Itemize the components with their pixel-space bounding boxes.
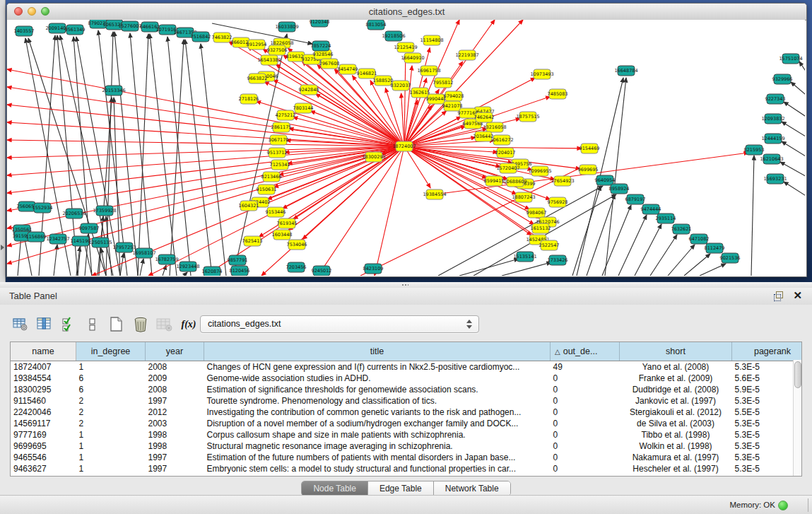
network-node[interactable]: 7803144: [293, 103, 314, 113]
network-node[interactable]: 15693231: [763, 174, 787, 184]
network-edge[interactable]: [404, 146, 508, 180]
network-node[interactable]: 7462642: [474, 112, 495, 122]
network-node[interactable]: 2718126: [239, 94, 259, 104]
network-node[interactable]: 9150631: [257, 185, 277, 194]
network-edge[interactable]: [273, 146, 404, 187]
network-node[interactable]: 15135141: [513, 252, 536, 262]
network-node[interactable]: 12923448: [176, 262, 199, 271]
network-node[interactable]: 7125341: [270, 160, 290, 170]
network-node[interactable]: 9561349: [65, 25, 86, 35]
network-node[interactable]: 9984067: [526, 208, 547, 218]
network-edge[interactable]: [120, 253, 124, 276]
network-node[interactable]: 1620874: [202, 267, 223, 276]
row-height-icon[interactable]: [82, 315, 103, 334]
network-node[interactable]: 8112479: [705, 243, 725, 253]
table-vertical-scrollbar[interactable]: [793, 360, 801, 476]
network-node[interactable]: 15720407: [496, 163, 519, 173]
network-view[interactable]: 1872400774638228660128891295418226058932…: [7, 20, 805, 276]
network-node[interactable]: 7625413: [242, 236, 263, 246]
network-node[interactable]: 8322037: [391, 81, 411, 90]
network-node[interactable]: 2935114: [656, 214, 676, 223]
new-table-icon[interactable]: [106, 315, 127, 334]
network-node[interactable]: 9663822: [247, 74, 268, 83]
network-edge[interactable]: [18, 235, 21, 276]
network-edge[interactable]: [618, 215, 647, 276]
network-node[interactable]: 7619345: [277, 218, 298, 228]
network-node[interactable]: 9120348: [310, 20, 330, 27]
network-canvas[interactable]: 1872400774638228660128891295418226058932…: [7, 20, 805, 276]
table-row[interactable]: 1456911722003Disruption of a novel membe…: [11, 418, 802, 429]
table-row[interactable]: 1830029562008Estimation of significance …: [11, 384, 802, 395]
network-edge[interactable]: [799, 62, 805, 76]
network-edge[interactable]: [288, 146, 404, 230]
network-node[interactable]: 1145190: [71, 236, 91, 246]
network-node[interactable]: 19384554: [423, 189, 446, 199]
network-node[interactable]: 9242848: [299, 85, 319, 95]
network-node[interactable]: 9097587: [79, 223, 100, 233]
network-node[interactable]: 2522547: [539, 240, 560, 250]
column-header-short[interactable]: short: [620, 342, 732, 361]
network-node[interactable]: 9327506: [267, 45, 288, 55]
network-edge[interactable]: [184, 272, 187, 276]
network-node[interactable]: 8958924: [609, 184, 630, 194]
network-node[interactable]: 10973493: [530, 69, 553, 79]
network-node[interactable]: 16033809: [275, 22, 298, 32]
table-settings-icon[interactable]: [10, 315, 31, 334]
table-row[interactable]: 1938455462009Genome-wide association stu…: [11, 373, 802, 384]
network-edge[interactable]: [791, 82, 805, 98]
table-row[interactable]: 911546021997Tourette syndrome. Phenomeno…: [11, 395, 802, 407]
network-node[interactable]: 19218506: [382, 31, 405, 41]
tab-node-table[interactable]: Node Table: [302, 481, 368, 496]
network-node[interactable]: 6879197: [625, 194, 646, 204]
network-node[interactable]: 8599415: [484, 176, 505, 186]
network-edge[interactable]: [138, 34, 148, 276]
network-node[interactable]: 15276007: [118, 21, 141, 31]
column-header-out-de-[interactable]: △out_de...: [551, 342, 620, 361]
network-node[interactable]: 9756928: [548, 197, 568, 207]
close-panel-icon[interactable]: ✕: [793, 290, 802, 301]
network-node[interactable]: 18807243: [512, 192, 535, 202]
network-node[interactable]: 10996955: [528, 166, 551, 176]
network-node[interactable]: 7485083: [548, 89, 568, 99]
column-header-year[interactable]: year: [146, 342, 204, 361]
network-node[interactable]: 7632621: [671, 224, 692, 234]
network-edge[interactable]: [784, 102, 805, 119]
network-node[interactable]: 9153446: [266, 207, 286, 217]
network-node[interactable]: 1552934: [33, 203, 53, 213]
network-node[interactable]: 7857224: [311, 41, 331, 51]
network-node[interactable]: 9329966: [772, 74, 793, 84]
table-row[interactable]: 2242004622012Investigating the contribut…: [11, 407, 802, 418]
memory-ok-indicator[interactable]: [778, 501, 788, 510]
network-edge[interactable]: [502, 262, 551, 276]
network-node[interactable]: 17654923: [551, 176, 574, 186]
network-node[interactable]: 4275212: [276, 110, 296, 120]
network-node[interactable]: 12505135: [88, 238, 112, 247]
float-panel-icon[interactable]: [774, 291, 784, 300]
table-row[interactable]: 946554611997Estimation of the future num…: [11, 452, 802, 463]
network-node[interactable]: 12444159: [761, 134, 784, 144]
network-node[interactable]: 2036442: [473, 132, 494, 141]
network-node[interactable]: 2204017: [495, 148, 516, 158]
table-source-selector[interactable]: citations_edges.txt: [200, 315, 479, 333]
network-node[interactable]: 1603448: [272, 230, 293, 240]
network-node[interactable]: 1156869: [26, 232, 47, 242]
network-node[interactable]: 20153346: [102, 86, 125, 95]
column-header-pagerank[interactable]: pagerank: [732, 342, 803, 361]
table-row[interactable]: 977716911998Corpus callosum shape and si…: [11, 429, 802, 440]
network-node[interactable]: 2967608: [319, 59, 340, 69]
table-row[interactable]: 1872400712008Changes of HCN gene express…: [11, 361, 802, 373]
network-edge[interactable]: [7, 146, 404, 246]
network-node[interactable]: 13216058: [483, 122, 506, 132]
network-edge[interactable]: [668, 245, 695, 276]
network-node[interactable]: 9227343: [765, 94, 786, 104]
network-node[interactable]: 16210643: [760, 154, 783, 164]
split-divider-handle[interactable]: [401, 284, 408, 286]
network-edge[interactable]: [782, 122, 805, 139]
network-node[interactable]: 7534046: [287, 240, 307, 250]
network-node[interactable]: 11154808: [420, 35, 443, 45]
network-node[interactable]: 1615132: [531, 223, 551, 233]
network-node[interactable]: 18300295: [362, 152, 385, 162]
network-node[interactable]: 2861175: [271, 122, 292, 132]
show-columns-icon[interactable]: [34, 315, 55, 334]
network-node[interactable]: 10688609: [503, 177, 526, 187]
